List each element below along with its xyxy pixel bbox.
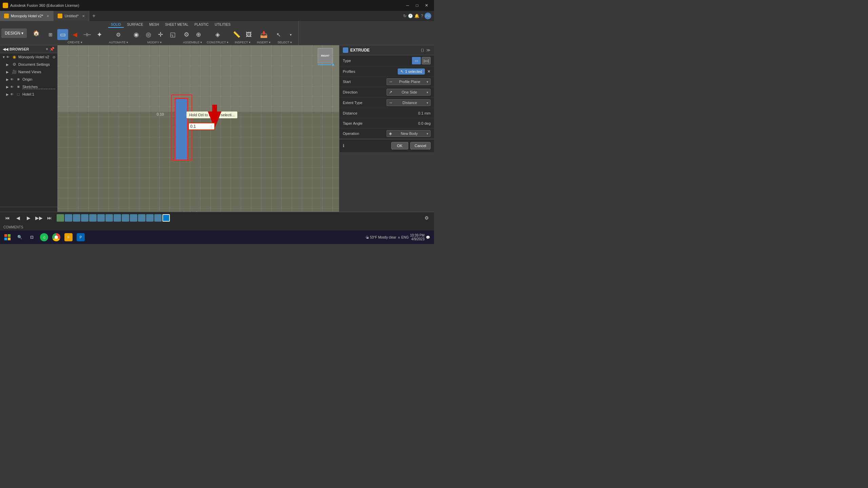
tree-eye-hotel[interactable]: 👁 — [10, 93, 14, 96]
timeline-item-1[interactable] — [57, 214, 64, 222]
timeline-play-btn[interactable]: ▶ — [24, 213, 33, 223]
tab-sheet-metal[interactable]: SHEET METAL — [162, 22, 191, 28]
timeline-item-8[interactable] — [114, 214, 121, 222]
revolve-icon[interactable]: ◀ — [70, 29, 80, 40]
timeline-item-6[interactable] — [97, 214, 105, 222]
tab-mesh[interactable]: MESH — [146, 22, 162, 28]
tree-item-hotel[interactable]: ▶ 👁 □ Hotel:1 — [0, 90, 57, 98]
taskbar-fusion[interactable]: F — [62, 231, 75, 243]
timeline-prev-btn[interactable]: ◀ — [13, 213, 23, 223]
browser-pin-icon[interactable]: 📌 — [50, 47, 55, 52]
tree-eye-root[interactable]: 👁 — [6, 55, 9, 59]
select-icon[interactable]: ↖ — [273, 29, 284, 40]
timeline-item-13[interactable] — [154, 214, 162, 222]
timeline-item-9[interactable] — [122, 214, 129, 222]
timeline-start-btn[interactable]: ⏮ — [3, 213, 12, 223]
viewport[interactable]: 0.10 Hold Ctrl to modify selecti... ⋮ RI… — [58, 45, 339, 225]
footer-info-icon[interactable]: ℹ — [343, 143, 344, 148]
profiles-selected-badge[interactable]: ↖ 1 selected — [398, 68, 425, 75]
split-body-icon[interactable]: ⊣⊢ — [82, 29, 93, 40]
taskbar-chrome[interactable] — [50, 231, 62, 243]
refresh-icon[interactable]: ↻ — [403, 14, 407, 18]
new-component-icon[interactable]: ⊞ — [45, 29, 56, 40]
view-cube[interactable]: RIGHT — [318, 48, 336, 67]
browser-add-icon[interactable]: + — [46, 47, 48, 52]
history-icon[interactable]: 🕐 — [408, 14, 413, 18]
construct-icon[interactable]: ◈ — [212, 29, 223, 40]
tab-untitled[interactable]: Untitled* ✕ — [54, 11, 89, 21]
cancel-button[interactable]: Cancel — [410, 142, 431, 149]
start-dropdown[interactable]: ↔ Profile Plane ▾ — [387, 78, 431, 85]
tree-eye-origin[interactable]: 👁 — [10, 78, 14, 81]
tab-surface[interactable]: SURFACE — [124, 22, 146, 28]
help-icon[interactable]: ? — [421, 14, 423, 18]
fillet-icon[interactable]: ◉ — [131, 29, 142, 40]
insert-icon[interactable]: 📥 — [258, 29, 269, 40]
browser-collapse-icon[interactable]: ◀◀ — [3, 47, 8, 52]
tab-close-untitled[interactable]: ✕ — [82, 14, 85, 18]
timeline-item-3[interactable] — [73, 214, 80, 222]
align-icon[interactable]: ◱ — [167, 29, 178, 40]
maximize-button[interactable]: □ — [412, 0, 422, 11]
tab-solid[interactable]: SOLID — [108, 22, 124, 28]
timeline-settings-icon[interactable]: ⚙ — [422, 213, 431, 223]
minimize-button[interactable]: ─ — [403, 0, 412, 11]
notifications-icon[interactable]: 🔔 — [414, 14, 419, 18]
taskbar-search-button[interactable]: 🔍 — [14, 231, 26, 243]
tab-monopoly[interactable]: Monopoly Hotel v2* ✕ — [0, 11, 54, 21]
extrude-collapse-btn[interactable]: ≫ — [426, 48, 431, 53]
taskbar-spotify[interactable]: ♫ — [38, 231, 50, 243]
type-thin-icon[interactable]: |▭| — [422, 57, 431, 64]
start-button[interactable] — [1, 231, 14, 243]
direction-dropdown[interactable]: ↗ One Side ▾ — [387, 89, 431, 96]
taskbar-notification-icon[interactable]: 💬 — [426, 236, 430, 239]
extrude-expand-btn[interactable]: ⟨⟩ — [421, 48, 424, 53]
user-avatar[interactable]: PR — [425, 13, 431, 19]
tab-utilities[interactable]: UTILITIES — [212, 22, 233, 28]
profiles-clear-button[interactable]: ✕ — [427, 69, 431, 74]
operation-dropdown[interactable]: ◈ New Body ▾ — [387, 130, 431, 137]
timeline-item-10[interactable] — [130, 214, 137, 222]
tab-close-monopoly[interactable]: ✕ — [46, 14, 49, 18]
tree-eye-sketches[interactable]: 👁 — [10, 85, 14, 89]
combine-icon[interactable]: ✦ — [94, 29, 105, 40]
shell-icon[interactable]: ◎ — [143, 29, 154, 40]
taskbar-chevron-up[interactable]: ∧ — [398, 236, 400, 239]
tree-item-named-views[interactable]: ▶ 🎥 Named Views — [0, 68, 57, 76]
move-icon[interactable]: ✛ — [155, 29, 166, 40]
taskbar-paint[interactable]: P — [75, 231, 87, 243]
tree-radio-root[interactable]: ⊙ — [53, 55, 55, 59]
measure-icon[interactable]: 📏 — [231, 29, 242, 40]
timeline-item-2[interactable] — [65, 214, 72, 222]
new-tab-button[interactable]: + — [89, 11, 99, 21]
timeline-item-12[interactable] — [146, 214, 154, 222]
tree-item-origin[interactable]: ▶ 👁 ■ Origin — [0, 76, 57, 83]
comments-tab[interactable]: COMMENTS — [0, 224, 26, 230]
automate-icon[interactable]: ⚙ — [113, 29, 124, 40]
timeline-next-btn[interactable]: ▶▶ — [34, 213, 44, 223]
rigid-group-icon[interactable]: ⊕ — [193, 29, 204, 40]
tree-item-root[interactable]: ▼ 👁 ◉ Monopoly Hotel v2 ⊙ — [0, 53, 57, 61]
view-cube-box[interactable]: RIGHT — [318, 48, 333, 63]
tree-item-sketches[interactable]: ▶ 👁 ■ Sketches — [0, 83, 57, 90]
joint-icon[interactable]: ⚙ — [181, 29, 192, 40]
distance-step-button[interactable]: ⋮ — [210, 125, 213, 128]
extrude-icon[interactable]: ▭ — [57, 29, 68, 40]
distance-input-overlay[interactable]: ⋮ — [188, 123, 215, 130]
timeline-item-11[interactable] — [138, 214, 145, 222]
timeline-item-5[interactable] — [89, 214, 97, 222]
select-caret[interactable]: ▾ — [285, 29, 296, 40]
section-analysis-icon[interactable]: 🖼 — [243, 29, 254, 40]
close-button[interactable]: ✕ — [422, 0, 431, 11]
tab-plastic[interactable]: PLASTIC — [192, 22, 212, 28]
extent-type-dropdown[interactable]: ↔ Distance ▾ — [387, 99, 431, 106]
distance-inline-input[interactable] — [190, 124, 209, 129]
taskbar-taskview[interactable]: ⊡ — [26, 231, 38, 243]
design-dropdown-button[interactable]: DESIGN ▾ — [1, 28, 27, 38]
timeline-item-7[interactable] — [105, 214, 113, 222]
type-solid-icon[interactable]: ▭ — [412, 57, 421, 64]
timeline-item-active[interactable] — [162, 214, 170, 222]
timeline-item-4[interactable] — [81, 214, 88, 222]
timeline-end-btn[interactable]: ⏭ — [45, 213, 54, 223]
tree-item-doc-settings[interactable]: ▶ ⚙ Document Settings — [0, 61, 57, 68]
